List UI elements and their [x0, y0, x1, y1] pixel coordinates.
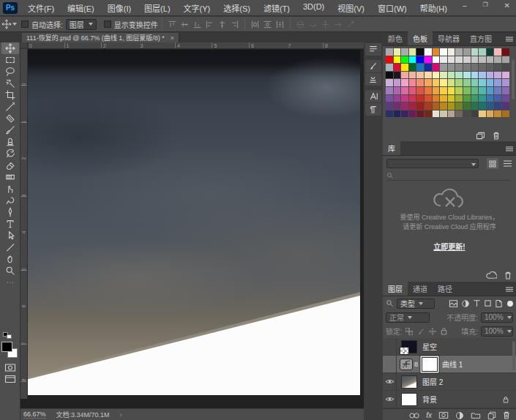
color-swatch[interactable] [440, 95, 447, 102]
layer-thumbnail[interactable] [401, 375, 417, 389]
marquee-tool-icon[interactable] [1, 54, 19, 66]
color-swatch[interactable] [455, 56, 463, 64]
menu-item[interactable]: 选择(S) [217, 0, 256, 16]
color-swatch[interactable] [433, 56, 440, 64]
lock-pixels-icon[interactable] [417, 328, 425, 335]
color-swatch[interactable] [386, 110, 393, 118]
more-tools-icon[interactable] [1, 277, 19, 288]
color-swatch[interactable] [487, 56, 494, 64]
color-swatch[interactable] [386, 87, 393, 94]
status-expand-arrow-icon[interactable]: › [120, 411, 122, 419]
color-swatch[interactable] [463, 95, 471, 102]
color-swatch[interactable] [494, 95, 501, 102]
layer-style-icon[interactable]: fx [426, 411, 432, 419]
color-swatch[interactable] [394, 87, 401, 94]
color-swatch[interactable] [440, 102, 447, 110]
layer-name[interactable]: 图层 2 [422, 376, 443, 387]
document-image[interactable] [28, 50, 360, 395]
align-vertical-centers-icon[interactable] [179, 19, 191, 30]
color-swatch[interactable] [425, 64, 432, 71]
filter-shape-layers-icon[interactable] [484, 299, 492, 307]
color-swatch[interactable] [448, 102, 455, 110]
layer-name[interactable]: 曲线 1 [442, 359, 463, 370]
quick-selection-tool-icon[interactable] [1, 78, 19, 89]
curves-adjustment-icon[interactable] [400, 359, 413, 370]
tab-libraries[interactable]: 库 [383, 141, 400, 155]
color-swatch[interactable] [463, 79, 471, 86]
color-swatch[interactable] [394, 102, 401, 110]
layers-scrollbar[interactable] [512, 341, 515, 370]
color-swatch[interactable] [448, 56, 455, 64]
visibility-toggle[interactable] [383, 373, 397, 390]
color-swatch[interactable] [416, 79, 424, 86]
color-swatch[interactable] [440, 72, 447, 79]
tab-close-icon[interactable]: × [171, 34, 174, 42]
zoom-level-field[interactable]: 66.67% [23, 410, 46, 419]
color-swatch[interactable] [487, 64, 494, 71]
color-swatch[interactable] [425, 102, 432, 110]
color-swatch[interactable] [394, 56, 401, 64]
menu-item[interactable]: 滤镜(T) [258, 0, 296, 16]
menu-item[interactable]: 帮助(H) [414, 0, 453, 16]
list-view-button[interactable] [501, 158, 513, 169]
close-button[interactable]: ✕ [501, 0, 513, 11]
spot-healing-tool-icon[interactable] [1, 113, 19, 124]
color-swatch[interactable] [425, 48, 432, 56]
color-swatch[interactable] [471, 87, 479, 94]
library-select-dropdown[interactable] [386, 159, 479, 168]
color-swatch[interactable] [494, 48, 501, 56]
color-swatch[interactable] [433, 110, 440, 118]
color-swatch[interactable] [479, 79, 486, 86]
visibility-toggle[interactable] [383, 338, 397, 355]
clone-source-panel-icon[interactable] [365, 73, 381, 86]
color-swatch[interactable] [394, 72, 401, 79]
color-swatch[interactable] [494, 64, 501, 71]
color-swatch[interactable] [448, 64, 455, 71]
color-swatch[interactable] [471, 72, 479, 79]
color-swatch[interactable] [471, 102, 479, 110]
clone-stamp-tool-icon[interactable] [1, 136, 19, 148]
color-swatch[interactable] [386, 64, 393, 71]
color-swatch[interactable] [433, 48, 440, 56]
color-swatch[interactable] [409, 79, 416, 86]
layer-row-layer-2[interactable]: 图层 2 [383, 373, 516, 391]
color-swatch[interactable] [455, 102, 463, 110]
color-swatch[interactable] [433, 64, 440, 71]
color-swatch[interactable] [471, 110, 479, 118]
lasso-tool-icon[interactable] [1, 66, 19, 78]
new-swatch-icon[interactable] [476, 132, 485, 140]
filter-toggle-icon[interactable] [507, 301, 513, 307]
color-swatch[interactable] [455, 64, 463, 71]
color-swatch[interactable] [487, 79, 494, 86]
brush-tool-icon[interactable] [1, 124, 19, 136]
color-swatch[interactable] [502, 72, 509, 79]
filter-adjustment-layers-icon[interactable] [461, 299, 470, 308]
maximize-button[interactable]: ❐ [479, 0, 490, 11]
zoom-tool-icon[interactable] [1, 265, 19, 277]
swatches-scrollbar[interactable] [512, 59, 515, 100]
color-swatch[interactable] [494, 87, 501, 94]
tab-paths[interactable]: 路径 [433, 282, 457, 296]
distribute-horizontal-icon[interactable] [249, 19, 261, 30]
delete-library-icon[interactable] [504, 271, 512, 280]
color-swatch[interactable] [448, 110, 455, 118]
library-search-field[interactable] [386, 171, 511, 181]
filter-type-layers-icon[interactable] [473, 299, 481, 307]
color-swatch[interactable] [386, 48, 393, 56]
color-swatch[interactable] [425, 79, 432, 86]
layer-row-background[interactable]: 背景 [383, 391, 516, 408]
visibility-toggle[interactable] [383, 356, 397, 372]
color-swatch[interactable] [440, 64, 447, 71]
menu-item[interactable]: 文字(Y) [178, 0, 217, 16]
brush-settings-panel-icon[interactable] [365, 60, 381, 72]
color-swatch[interactable] [463, 56, 471, 64]
color-swatch[interactable] [386, 95, 393, 102]
color-swatch[interactable] [409, 95, 416, 102]
color-swatch[interactable] [502, 79, 509, 86]
color-swatch[interactable] [463, 64, 471, 71]
color-swatch[interactable] [487, 110, 494, 118]
color-swatch[interactable] [448, 72, 455, 79]
color-swatch[interactable] [401, 102, 408, 110]
color-swatch[interactable] [502, 110, 509, 118]
color-swatch[interactable] [409, 102, 416, 110]
